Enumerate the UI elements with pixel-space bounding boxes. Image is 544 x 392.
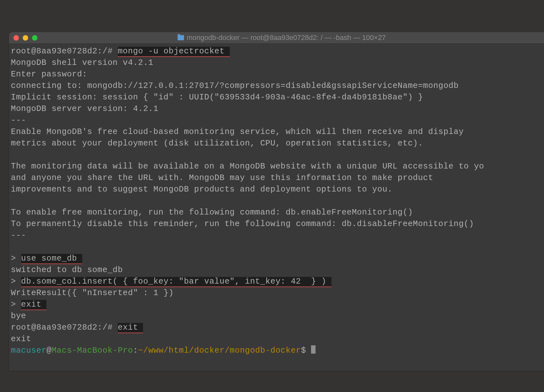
prompt-path: ~/www/html/docker/mongodb-docker — [138, 346, 301, 355]
terminal-window: mongodb-docker — root@8aa93e0728d2: / — … — [9, 32, 544, 371]
terminal-output: Enable MongoDB's free cloud-based monito… — [11, 127, 464, 137]
command-text: exit — [21, 300, 47, 310]
terminal-body[interactable]: root@8aa93e0728d2:/# mongo -u objectrock… — [9, 44, 544, 358]
cursor-icon — [311, 345, 316, 354]
mongo-prompt: > — [11, 277, 21, 286]
window-titlebar[interactable]: mongodb-docker — root@8aa93e0728d2: / — … — [9, 32, 544, 44]
prompt-at: @ — [46, 346, 52, 355]
prompt-user: macuser — [11, 346, 46, 355]
titlebar-title-wrap: mongodb-docker — root@8aa93e0728d2: / — … — [15, 34, 544, 42]
shell-prompt: root@8aa93e0728d2:/# — [11, 47, 118, 56]
shell-prompt: root@8aa93e0728d2:/# — [11, 323, 118, 332]
command-text: mongo -u objectrocket — [118, 47, 230, 57]
terminal-output: To enable free monitoring, run the follo… — [11, 208, 413, 217]
terminal-output: improvements and to suggest MongoDB prod… — [11, 185, 393, 194]
command-text: use some_db — [21, 254, 82, 264]
mongo-prompt: > — [11, 300, 21, 309]
command-text: exit — [118, 323, 143, 333]
folder-icon — [178, 35, 184, 40]
terminal-output: and anyone you share the URL with. Mongo… — [11, 173, 433, 183]
terminal-output: switched to db some_db — [11, 265, 123, 275]
terminal-output: MongoDB server version: 4.2.1 — [11, 104, 158, 114]
terminal-output: bye — [11, 311, 26, 321]
terminal-output: Implicit session: session { "id" : UUID(… — [11, 93, 423, 102]
terminal-output: MongoDB shell version v4.2.1 — [11, 58, 153, 67]
mongo-prompt: > — [11, 254, 21, 263]
prompt-colon: : — [133, 346, 138, 355]
terminal-output: WriteResult({ "nInserted" : 1 }) — [11, 288, 174, 298]
prompt-host: Macs-MacBook-Pro — [52, 346, 133, 355]
terminal-output: The monitoring data will be available on… — [11, 162, 484, 171]
command-text: db.some_col.insert( { foo_key: "bar valu… — [21, 277, 332, 287]
prompt-dollar: $ — [301, 346, 311, 355]
terminal-output: metrics about your deployment (disk util… — [11, 139, 423, 148]
terminal-output: Enter password: — [11, 70, 87, 79]
terminal-output: connecting to: mongodb://127.0.0.1:27017… — [11, 81, 459, 90]
terminal-output: --- — [11, 231, 26, 240]
terminal-output: --- — [11, 116, 26, 125]
terminal-output: exit — [11, 334, 31, 344]
window-title: mongodb-docker — root@8aa93e0728d2: / — … — [187, 34, 386, 42]
terminal-output: To permanently disable this reminder, ru… — [11, 219, 474, 229]
